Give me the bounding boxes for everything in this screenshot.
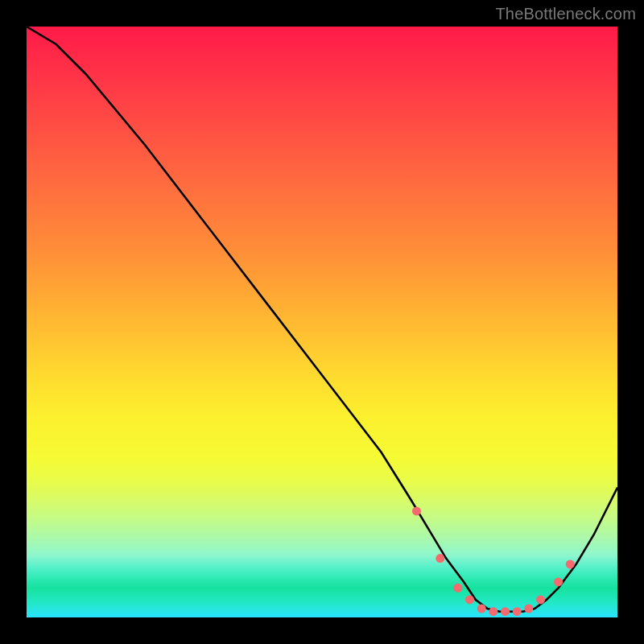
marker-dot: [412, 506, 421, 515]
marker-dot: [536, 595, 545, 604]
marker-dot: [477, 604, 486, 613]
marker-dot: [524, 604, 533, 613]
chart-svg: [27, 27, 617, 617]
marker-dot: [501, 607, 510, 616]
marker-dot: [436, 554, 444, 563]
chart-frame: TheBottleneck.com: [0, 0, 644, 644]
marker-dot: [566, 559, 575, 568]
marker-dot: [489, 607, 497, 616]
marker-group: [412, 506, 575, 616]
marker-dot: [465, 595, 474, 604]
marker-dot: [453, 584, 462, 592]
bottleneck-curve: [27, 27, 617, 612]
marker-dot: [554, 577, 563, 586]
marker-dot: [513, 607, 522, 616]
chart-plot-area: [27, 27, 617, 617]
attribution-text: TheBottleneck.com: [495, 5, 636, 23]
